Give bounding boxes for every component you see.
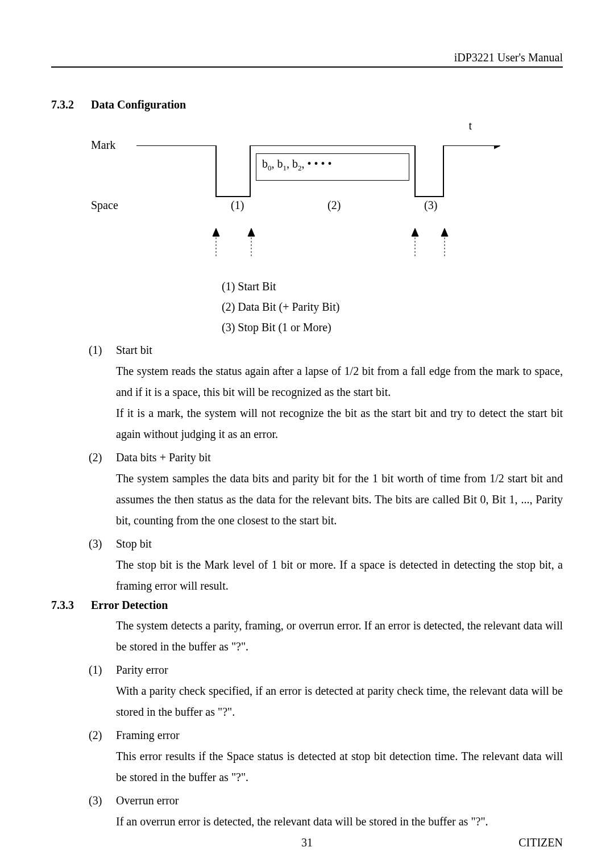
err-num-2: (2) xyxy=(89,725,116,746)
svg-marker-3 xyxy=(213,228,219,236)
svg-marker-9 xyxy=(441,228,448,236)
page-number: 31 xyxy=(301,836,313,849)
err-text-3: If an overrun error is detected, the rel… xyxy=(116,811,563,832)
header-title: iDP3221 User's Manual xyxy=(454,51,563,64)
section-title-732: Data Configuration xyxy=(91,98,186,111)
data-config-diagram: t Mark Space b0, b1, b2, • • • • (1) (2)… xyxy=(91,128,523,265)
item-num-3: (3) xyxy=(89,533,116,554)
zone-1-label: (1) xyxy=(231,199,244,212)
section-number-732: 7.3.2 xyxy=(51,98,89,111)
item-label-3: Stop bit xyxy=(116,533,563,554)
item-num-2: (2) xyxy=(89,447,116,468)
item-text-3a: The stop bit is the Mark level of 1 bit … xyxy=(116,554,563,596)
dash-arrows-svg xyxy=(91,228,523,262)
section733-intro: The system detects a parity, framing, or… xyxy=(116,615,563,657)
err-num-1: (1) xyxy=(89,660,116,681)
databits-tail: , • • • • xyxy=(302,157,332,170)
legend-2: (2) Data Bit (+ Parity Bit) xyxy=(222,297,563,317)
item-num-1: (1) xyxy=(89,340,116,361)
brand-name: CITIZEN xyxy=(518,836,563,849)
svg-marker-1 xyxy=(495,145,500,148)
space-label: Space xyxy=(91,199,118,212)
err-text-1: With a parity check specified, if an err… xyxy=(116,681,563,723)
t-axis-label: t xyxy=(468,119,472,132)
svg-marker-7 xyxy=(412,228,418,236)
section-number-733: 7.3.3 xyxy=(51,599,89,612)
item-label-1: Start bit xyxy=(116,340,563,361)
zone-2-label: (2) xyxy=(327,199,341,212)
svg-marker-5 xyxy=(248,228,255,236)
diagram-legend: (1) Start Bit (2) Data Bit (+ Parity Bit… xyxy=(222,276,563,337)
err-label-1: Parity error xyxy=(116,660,563,681)
item-label-2: Data bits + Parity bit xyxy=(116,447,563,468)
data-bits-box: b0, b1, b2, • • • • xyxy=(256,153,409,181)
legend-3: (3) Stop Bit (1 or More) xyxy=(222,317,563,337)
err-label-3: Overrun error xyxy=(116,790,563,811)
zone-3-label: (3) xyxy=(424,199,437,212)
section-title-733: Error Detection xyxy=(91,599,168,612)
item-text-1a: The system reads the status again after … xyxy=(116,361,563,403)
legend-1: (1) Start Bit xyxy=(222,276,563,297)
page-header: iDP3221 User's Manual xyxy=(51,51,563,68)
err-num-3: (3) xyxy=(89,790,116,811)
item-text-2a: The system samples the data bits and par… xyxy=(116,468,563,531)
mark-label: Mark xyxy=(91,139,115,152)
err-label-2: Framing error xyxy=(116,725,563,746)
err-text-2: This error results if the Space status i… xyxy=(116,746,563,788)
item-text-1b: If it is a mark, the system will not rec… xyxy=(116,403,563,445)
